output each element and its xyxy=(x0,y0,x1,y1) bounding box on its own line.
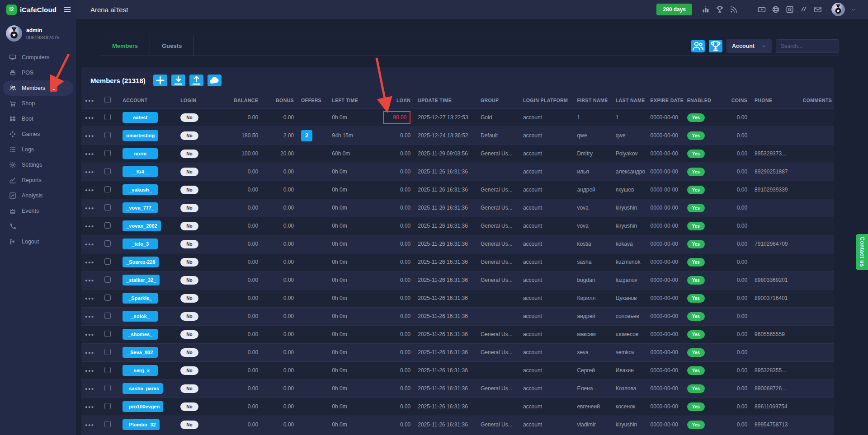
tab-members[interactable]: Members xyxy=(100,36,150,56)
row-checkbox[interactable] xyxy=(104,222,111,229)
sidebar-item-reports[interactable]: Reports xyxy=(0,173,76,188)
row-actions-icon[interactable]: ●●● xyxy=(85,314,94,319)
row-actions-icon[interactable]: ●●● xyxy=(85,242,94,247)
row-actions-icon[interactable]: ●●● xyxy=(85,369,94,373)
offers-badge[interactable]: 2 xyxy=(301,130,312,141)
row-actions-icon[interactable]: ●●● xyxy=(85,423,94,427)
account-button[interactable]: _vova_777_ xyxy=(123,202,158,213)
row-checkbox[interactable] xyxy=(104,258,111,265)
account-button[interactable]: _Suarez-228 xyxy=(123,257,159,267)
contact-us-button[interactable]: Contact us xyxy=(856,234,868,270)
row-checkbox[interactable] xyxy=(104,313,111,319)
trophy-icon[interactable] xyxy=(716,5,724,14)
import-button[interactable] xyxy=(171,75,185,86)
facebook-icon[interactable] xyxy=(744,5,752,14)
row-actions-icon[interactable]: ●●● xyxy=(85,188,94,192)
account-button[interactable]: _stalker_32_ xyxy=(123,275,160,285)
hamburger-menu-icon[interactable] xyxy=(63,5,71,14)
row-checkbox[interactable] xyxy=(104,150,111,156)
leaderboard-icon[interactable] xyxy=(702,5,710,14)
row-checkbox[interactable] xyxy=(104,385,111,391)
row-checkbox[interactable] xyxy=(104,114,111,120)
add-member-button[interactable] xyxy=(153,75,167,86)
sidebar-item-shop[interactable]: Shop xyxy=(0,96,76,111)
row-actions-icon[interactable]: ●●● xyxy=(85,260,94,265)
table-cell xyxy=(297,145,328,163)
sidebar-item-analysis[interactable]: Analysis xyxy=(0,188,76,203)
sidebar-item-computers[interactable]: Computers xyxy=(0,50,76,65)
row-checkbox[interactable] xyxy=(104,331,111,337)
youtube-icon[interactable] xyxy=(758,5,766,14)
row-checkbox[interactable] xyxy=(104,403,111,409)
account-button[interactable]: __norm__ xyxy=(123,148,158,159)
export-button[interactable] xyxy=(189,75,203,86)
sidebar-item-pos[interactable]: POS xyxy=(0,65,76,80)
row-actions-icon[interactable]: ●●● xyxy=(85,98,94,103)
row-actions-icon[interactable]: ●●● xyxy=(85,224,94,229)
account-button[interactable]: _solok_ xyxy=(123,311,158,322)
table-cell: 180.50 xyxy=(217,126,262,145)
table-cell: 0.00 xyxy=(217,163,262,181)
select-all-checkbox[interactable] xyxy=(104,97,111,103)
account-button[interactable]: _Plombir_32 xyxy=(123,419,159,430)
row-checkbox[interactable] xyxy=(104,240,111,247)
row-actions-icon[interactable]: ●●● xyxy=(85,116,94,120)
row-checkbox[interactable] xyxy=(104,168,111,174)
row-actions-icon[interactable]: ●●● xyxy=(85,170,94,174)
row-checkbox[interactable] xyxy=(104,367,111,373)
members-view-button[interactable] xyxy=(691,40,705,52)
account-button[interactable]: _Sparkle_ xyxy=(123,293,158,304)
account-button[interactable]: aatest xyxy=(123,112,158,123)
account-button[interactable]: _yakush_ xyxy=(123,184,158,195)
row-checkbox[interactable] xyxy=(104,295,111,301)
row-actions-icon[interactable]: ●●● xyxy=(85,134,94,138)
account-button[interactable]: _pro100evgen xyxy=(123,401,163,412)
table-cell: Yes xyxy=(684,416,717,434)
row-actions-icon[interactable]: ●●● xyxy=(85,405,94,409)
row-checkbox[interactable] xyxy=(104,421,111,427)
sidebar-item-logout[interactable]: Logout xyxy=(0,234,76,249)
row-actions-icon[interactable]: ●●● xyxy=(85,332,94,337)
row-checkbox[interactable] xyxy=(104,132,111,138)
sidebar-item-boot[interactable]: Boot xyxy=(0,111,76,126)
sidebar-item-events[interactable]: Events xyxy=(0,203,76,219)
row-actions-icon[interactable]: ●●● xyxy=(85,152,94,156)
search-input[interactable] xyxy=(776,39,839,53)
license-days-badge[interactable]: 280 days xyxy=(656,4,692,15)
rss-icon[interactable] xyxy=(730,5,738,14)
row-actions-icon[interactable]: ●●● xyxy=(85,351,94,355)
row-checkbox[interactable] xyxy=(104,276,111,283)
account-button[interactable]: _Seva_802 xyxy=(123,347,158,358)
account-button[interactable]: _vovan_2002 xyxy=(123,220,161,231)
sidebar-item-logs[interactable]: Logs xyxy=(0,142,76,157)
sidebar-item-settings[interactable]: Settings xyxy=(0,157,76,173)
sidebar-item-games[interactable]: Games xyxy=(0,126,76,142)
account-button[interactable]: _sasha_paras xyxy=(123,383,163,394)
row-actions-icon[interactable]: ●●● xyxy=(85,387,94,391)
cloud-sync-button[interactable] xyxy=(208,75,222,86)
account-button[interactable]: __Ki4__ xyxy=(123,166,158,177)
sidebar-item-members[interactable]: Members1 xyxy=(3,80,73,96)
search-field-select[interactable]: Account xyxy=(726,39,772,53)
row-actions-icon[interactable]: ●●● xyxy=(85,206,94,210)
table-cell: 0.00 xyxy=(717,416,751,434)
sidebar-item-support[interactable]: Support xyxy=(0,219,76,234)
trophy-view-button[interactable] xyxy=(709,40,722,52)
account-button[interactable]: _serg_x xyxy=(123,365,158,376)
globe-icon[interactable] xyxy=(772,5,780,14)
icafecloud-icon[interactable] xyxy=(786,5,794,14)
enabled-badge: Yes xyxy=(687,294,705,303)
avatar[interactable] xyxy=(831,3,845,16)
row-checkbox[interactable] xyxy=(104,349,111,355)
row-actions-icon[interactable]: ●●● xyxy=(85,296,94,301)
account-button[interactable]: _telo_3 xyxy=(123,239,158,249)
account-button[interactable]: _shomes_ xyxy=(123,329,158,340)
mail-icon[interactable] xyxy=(814,5,822,14)
row-checkbox[interactable] xyxy=(104,204,111,210)
row-actions-icon[interactable]: ●●● xyxy=(85,278,94,283)
layers-icon[interactable] xyxy=(800,5,808,14)
chevron-down-icon[interactable] xyxy=(851,7,856,12)
tab-guests[interactable]: Guests xyxy=(150,36,194,56)
row-checkbox[interactable] xyxy=(104,186,111,192)
account-button[interactable]: omartesting xyxy=(123,130,158,141)
